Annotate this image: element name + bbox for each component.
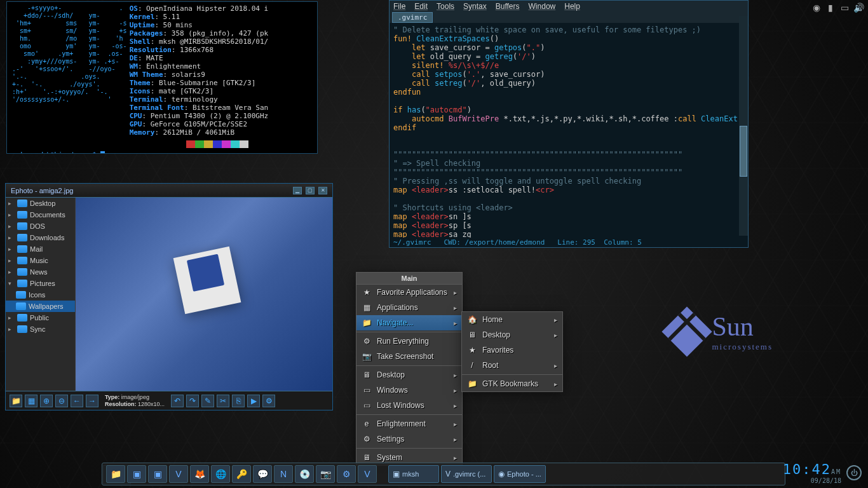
menu-item-take-screenshot[interactable]: 📷Take Screenshot <box>356 349 462 364</box>
settings-button[interactable]: ⚙ <box>262 395 275 407</box>
taskbar-window[interactable]: V.gvimrc (... <box>441 465 492 483</box>
play-button[interactable]: ▶ <box>247 395 260 407</box>
wifi-icon[interactable]: ◉ <box>811 3 822 13</box>
minimize-button[interactable]: ▁ <box>293 187 302 194</box>
folder-desktop[interactable]: ▸Desktop <box>6 198 75 209</box>
gvim-tab[interactable]: .gvimrc <box>392 12 433 23</box>
ephoto-window[interactable]: Ephoto - amiga2.jpg ▁ ▢ ✕ ▸Desktop▸Docum… <box>5 183 333 410</box>
menu-item-favorite-applications[interactable]: ★Favorite Applications▸ <box>356 285 462 300</box>
menu-syntax[interactable]: Syntax <box>463 2 487 11</box>
folder-sync[interactable]: ▸Sync <box>6 323 75 335</box>
folder-icon <box>17 268 27 276</box>
folder-pictures[interactable]: ▾Pictures <box>6 278 75 289</box>
launcher-cam[interactable]: 📷 <box>316 465 335 483</box>
launcher-firefox[interactable]: 🦊 <box>190 465 209 483</box>
menu-tools[interactable]: Tools <box>437 2 454 11</box>
folder-documents[interactable]: ▸Documents <box>6 209 75 220</box>
sysinfo-row: Terminal: terminology <box>130 95 269 104</box>
launcher-keys[interactable]: 🔑 <box>232 465 251 483</box>
launcher-globe[interactable]: 🌐 <box>211 465 230 483</box>
shell-prompt[interactable]: sehnsucht@hipster:~$ <box>12 151 312 154</box>
menu-icon: ⚙ <box>362 434 372 444</box>
nav-item-root[interactable]: /Root▸ <box>462 358 562 373</box>
rotate-left-button[interactable]: ↶ <box>171 395 184 407</box>
menu-item-lost-windows[interactable]: ▭Lost Windows▸ <box>356 398 462 413</box>
nav-item-desktop[interactable]: 🖥Desktop▸ <box>462 327 562 342</box>
folder-icon <box>17 314 27 322</box>
menu-buffers[interactable]: Buffers <box>496 2 520 11</box>
system-tray[interactable]: ◉ ▮ ▭ 🔊 <box>811 3 864 13</box>
launcher-vim2[interactable]: V <box>358 465 377 483</box>
menu-item-windows[interactable]: ▭Windows▸ <box>356 383 462 398</box>
taskbar-window[interactable]: ▣mksh <box>388 465 439 483</box>
launcher-settings[interactable]: ⚙ <box>337 465 356 483</box>
nav-item-gtk-bookmarks[interactable]: 📁GTK Bookmarks▸ <box>462 376 562 391</box>
swatch <box>204 140 213 148</box>
nav-item-favorites[interactable]: ★Favorites <box>462 342 562 358</box>
sysinfo-row: CPU: Pentium T4300 (2) @ 2.100GHz <box>130 112 269 120</box>
ascii-art: -+syyyo+- . +ddo/---/sdh/ ym- 'hm+ sms y… <box>12 4 127 137</box>
folder-music[interactable]: ▸Music <box>6 255 75 266</box>
launcher-files[interactable]: 📁 <box>106 465 125 483</box>
copy-button[interactable]: ⎘ <box>232 395 245 407</box>
clock[interactable]: 10:42AM 09/28/18 <box>783 461 841 484</box>
prev-button[interactable]: ← <box>71 395 83 407</box>
display-icon[interactable]: ▭ <box>839 3 850 13</box>
folder-icon <box>17 234 27 241</box>
navigate-submenu[interactable]: 🏠Home▸🖥Desktop▸★Favorites/Root▸📁GTK Book… <box>461 311 563 392</box>
ephoto-sidebar[interactable]: ▸Desktop▸Documents▸DOS▸Downloads▸Mail▸Mu… <box>6 198 76 391</box>
rotate-right-button[interactable]: ↷ <box>186 395 199 407</box>
ephoto-titlebar[interactable]: Ephoto - amiga2.jpg ▁ ▢ ✕ <box>6 184 332 198</box>
folder-mail[interactable]: ▸Mail <box>6 243 75 255</box>
menu-item-enlightenment[interactable]: eEnlightenment▸ <box>356 416 462 431</box>
zoom-in-button[interactable]: ⊕ <box>40 395 53 407</box>
folder-dos[interactable]: ▸DOS <box>6 220 75 232</box>
cut-button[interactable]: ✂ <box>217 395 229 407</box>
sysinfo-row: OS: OpenIndiana Hipster 2018.04 i <box>130 4 269 13</box>
gvim-window[interactable]: FileEditToolsSyntaxBuffersWindowHelp .gv… <box>389 0 749 248</box>
open-folder-button[interactable]: 📁 <box>10 395 22 407</box>
maximize-button[interactable]: ▢ <box>306 187 315 194</box>
menu-window[interactable]: Window <box>529 2 556 11</box>
menu-item-navigate-[interactable]: 📁Navigate...▸ <box>356 315 462 330</box>
battery-icon[interactable]: ▮ <box>825 3 836 13</box>
launcher-term[interactable]: ▣ <box>127 465 146 483</box>
ephoto-toolbar[interactable]: 📁 ▦ ⊕ ⊖ ← → Type: image/jpeg Resolution:… <box>6 391 332 410</box>
volume-icon[interactable]: 🔊 <box>853 3 864 13</box>
gvim-tabbar[interactable]: .gvimrc <box>390 12 748 23</box>
sysinfo-row: Terminal Font: Bitstream Vera San <box>130 104 269 112</box>
folder-downloads[interactable]: ▸Downloads <box>6 232 75 243</box>
gvim-editor[interactable]: " Delete trailing white space on save, u… <box>390 23 748 238</box>
menu-item-applications[interactable]: ▦Applications▸ <box>356 300 462 315</box>
taskbar[interactable]: 📁▣▣V🦊🌐🔑💬N💿📷⚙V▣mkshV.gvimrc (...◉Ephoto -… <box>102 463 785 485</box>
launcher-news[interactable]: N <box>274 465 293 483</box>
menu-item-desktop[interactable]: 🖥Desktop▸ <box>356 367 462 383</box>
next-button[interactable]: → <box>86 395 98 407</box>
taskbar-window[interactable]: ◉Ephoto - ... <box>494 465 546 483</box>
menu-item-run-everything[interactable]: ⚙Run Everything <box>356 334 462 349</box>
launcher-vim[interactable]: V <box>169 465 188 483</box>
folder-wallpapers[interactable]: Wallpapers <box>6 301 75 312</box>
main-menu[interactable]: Main ★Favorite Applications▸▦Application… <box>356 272 463 466</box>
grid-button[interactable]: ▦ <box>25 395 37 407</box>
launcher-chat[interactable]: 💬 <box>253 465 272 483</box>
power-button[interactable]: ⏻ <box>846 465 862 480</box>
zoom-out-button[interactable]: ⊖ <box>55 395 68 407</box>
folder-news[interactable]: ▸News <box>6 266 75 278</box>
terminal-neofetch[interactable]: -+syyyo+- . +ddo/---/sdh/ ym- 'hm+ sms y… <box>6 1 318 154</box>
ephoto-image-view[interactable] <box>76 198 332 391</box>
menu-file[interactable]: File <box>393 2 405 11</box>
close-button[interactable]: ✕ <box>318 187 327 194</box>
menu-icon: 🖥 <box>362 452 372 463</box>
edit-button[interactable]: ✎ <box>201 395 214 407</box>
nav-item-home[interactable]: 🏠Home▸ <box>462 312 562 327</box>
gvim-scrollbar[interactable] <box>739 16 748 236</box>
folder-icons[interactable]: Icons <box>6 289 75 301</box>
gvim-menubar[interactable]: FileEditToolsSyntaxBuffersWindowHelp <box>390 1 748 12</box>
menu-edit[interactable]: Edit <box>414 2 428 11</box>
folder-public[interactable]: ▸Public <box>6 312 75 323</box>
menu-item-settings[interactable]: ⚙Settings▸ <box>356 431 462 447</box>
menu-help[interactable]: Help <box>564 2 580 11</box>
launcher-disc[interactable]: 💿 <box>295 465 314 483</box>
launcher-term2[interactable]: ▣ <box>148 465 167 483</box>
